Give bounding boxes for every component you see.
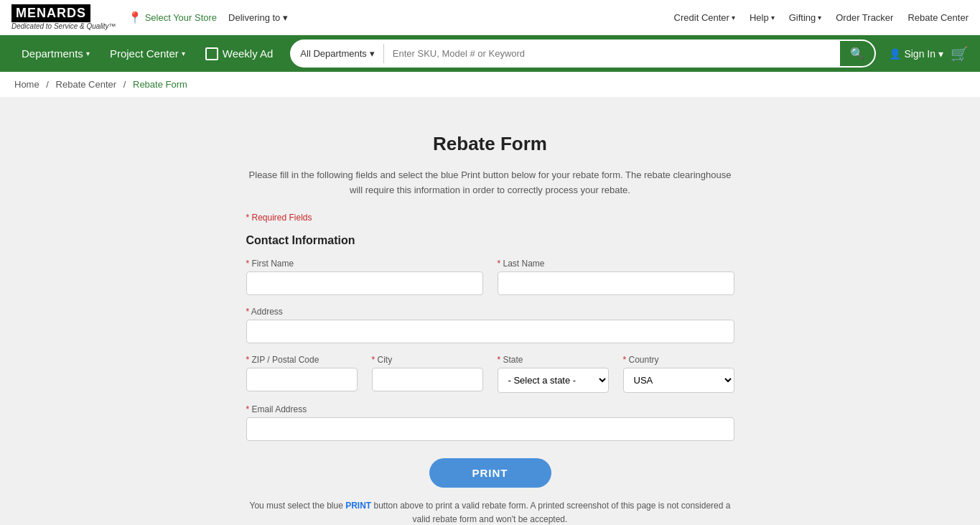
state-label: * State [498,355,609,365]
top-bar: MENARDS Dedicated to Service & Quality™ … [0,0,980,35]
order-tracker-link[interactable]: Order Tracker [836,12,893,23]
departments-chevron: ▾ [86,50,90,57]
departments-label: Departments [22,47,83,60]
name-row: * First Name * Last Name [246,259,734,295]
pin-icon: 📍 [128,11,142,24]
form-description: Please fill in the following fields and … [246,168,734,198]
zip-input[interactable] [246,368,358,391]
store-select[interactable]: 📍 Select Your Store [128,11,217,24]
first-name-label: * First Name [246,259,483,269]
user-icon: 👤 [889,48,901,60]
address-row: * Address [246,307,734,343]
credit-center-link[interactable]: Credit Center ▾ [674,12,735,23]
store-select-label: Select Your Store [145,12,217,23]
weekly-ad-label: Weekly Ad [223,47,274,60]
zip-group: * ZIP / Postal Code [246,355,358,393]
help-link[interactable]: Help ▾ [750,12,775,23]
sign-in-chevron: ▾ [938,48,943,60]
address-input[interactable] [246,320,734,343]
city-group: * City [372,355,483,393]
address-label: * Address [246,307,734,317]
weekly-ad-icon [205,47,218,60]
email-input[interactable] [246,417,734,441]
breadcrumb: Home / Rebate Center / Rebate Form [0,72,980,97]
main-content: Rebate Form Please fill in the following… [0,97,980,525]
gifting-link[interactable]: Gifting ▾ [789,12,822,23]
search-bar: All Departments ▾ 🔍 [290,40,876,68]
breadcrumb-separator-1: / [46,79,49,90]
city-label: * City [372,355,483,365]
breadcrumb-rebate-center[interactable]: Rebate Center [56,79,117,90]
logo: MENARDS [11,4,90,22]
top-bar-left: MENARDS Dedicated to Service & Quality™ … [11,4,288,30]
help-label: Help [750,12,769,23]
location-row: * ZIP / Postal Code * City * State - Sel… [246,355,734,393]
last-name-group: * Last Name [498,259,734,295]
nav-departments[interactable]: Departments ▾ [11,39,100,68]
zip-label: * ZIP / Postal Code [246,355,358,365]
last-name-input[interactable] [498,271,734,295]
nav-project-center[interactable]: Project Center ▾ [100,39,195,68]
search-department-dropdown[interactable]: All Departments ▾ [291,44,383,63]
search-input[interactable] [384,44,841,63]
state-group: * State - Select a state - [498,355,609,393]
first-name-input[interactable] [246,271,483,295]
search-dept-chevron: ▾ [370,48,375,59]
country-group: * Country USA [623,355,734,393]
print-note: You must select the blue PRINT button ab… [246,499,734,525]
credit-center-label: Credit Center [674,12,729,23]
email-row: * Email Address [246,404,734,441]
breadcrumb-separator-2: / [123,79,126,90]
top-bar-right: Credit Center ▾ Help ▾ Gifting ▾ Order T… [674,12,969,23]
cart-icon[interactable]: 🛒 [951,45,969,62]
delivering-to[interactable]: Delivering to ▾ [228,12,288,23]
address-group: * Address [246,307,734,343]
nav-right: 👤 Sign In ▾ 🛒 [889,45,969,62]
breadcrumb-current: Rebate Form [133,79,187,90]
breadcrumb-home[interactable]: Home [14,79,39,90]
chevron-icon: ▾ [818,14,821,22]
order-tracker-label: Order Tracker [836,12,893,23]
chevron-icon: ▾ [771,14,775,22]
required-note: * Required Fields [246,213,734,223]
country-label: * Country [623,355,734,365]
first-name-group: * First Name [246,259,483,295]
delivering-label: Delivering to [228,12,280,23]
sign-in[interactable]: 👤 Sign In ▾ [889,48,943,60]
city-input[interactable] [372,368,483,391]
state-select[interactable]: - Select a state - [498,368,609,393]
rebate-center-link[interactable]: Rebate Center [907,12,969,23]
section-title: Contact Information [246,234,734,247]
sign-in-label: Sign In [904,48,935,60]
logo-tagline: Dedicated to Service & Quality™ [11,22,116,30]
form-container: Rebate Form Please fill in the following… [218,111,763,525]
form-title: Rebate Form [246,133,734,155]
project-center-label: Project Center [110,47,179,60]
country-select[interactable]: USA [623,368,734,393]
chevron-down-icon: ▾ [283,12,288,23]
project-center-chevron: ▾ [182,50,185,57]
rebate-center-label: Rebate Center [907,12,969,23]
chevron-icon: ▾ [732,14,735,22]
gifting-label: Gifting [789,12,816,23]
email-group: * Email Address [246,404,734,441]
print-button[interactable]: PRINT [429,458,551,488]
search-button[interactable]: 🔍 [840,41,874,66]
nav-bar: Departments ▾ Project Center ▾ Weekly Ad… [0,35,980,72]
email-label: * Email Address [246,404,734,414]
logo-area: MENARDS Dedicated to Service & Quality™ [11,4,116,30]
search-dept-label: All Departments [300,48,366,59]
nav-weekly-ad[interactable]: Weekly Ad [195,39,284,69]
last-name-label: * Last Name [498,259,734,269]
